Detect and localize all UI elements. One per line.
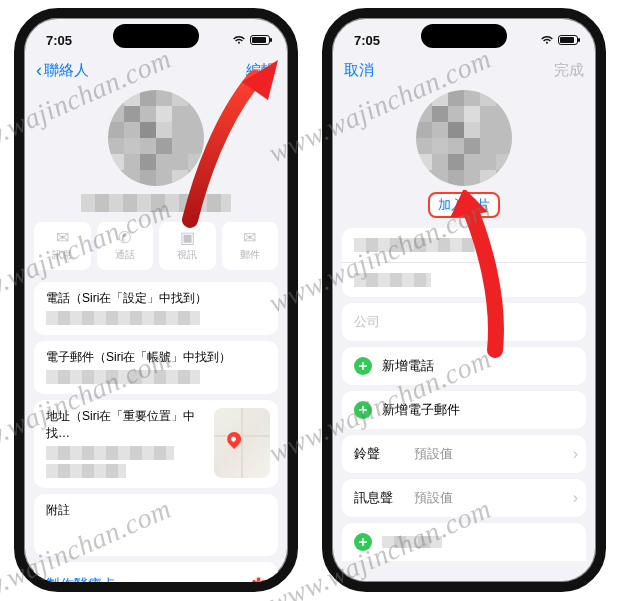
ringtone-value: 預設值 [414,445,453,463]
wifi-icon [540,35,554,45]
chevron-left-icon: ‹ [36,61,42,79]
phone-value [46,311,200,325]
phone-edit-contact: 7:05 取消 完成 加入照片 [322,8,606,592]
message-button[interactable]: ✉︎ 訊息 [34,222,91,270]
add-phone-label: 新增電話 [382,357,434,375]
dynamic-island [421,24,507,48]
video-icon: ▣ [180,230,195,246]
company-field[interactable]: 公司 [342,303,586,341]
address-card-label: 地址（Siri在「重要位置」中找… [46,408,206,442]
notes-card[interactable]: 附註 [34,494,278,556]
texttone-value: 預設值 [414,489,453,507]
mail-label: 郵件 [240,248,260,262]
ringtone-label: 鈴聲 [354,445,402,463]
add-email-label: 新增電子郵件 [382,401,460,419]
nav-bar: ‹ 聯絡人 編輯 [24,54,288,86]
address-card[interactable]: 地址（Siri在「重要位置」中找… [34,400,278,488]
add-photo-button[interactable]: 加入照片 [428,192,500,218]
video-label: 視訊 [177,248,197,262]
address-value [46,446,174,460]
medical-star-icon: ✱ [251,574,266,582]
back-button[interactable]: ‹ 聯絡人 [36,61,89,80]
chevron-right-icon: › [573,445,578,463]
last-name-field[interactable] [342,228,586,263]
dynamic-island [113,24,199,48]
message-label: 訊息 [52,248,72,262]
chevron-right-icon: › [573,489,578,507]
texttone-row[interactable]: 訊息聲 預設值 › [342,479,586,517]
add-more-label [382,536,442,548]
edit-button[interactable]: 編輯 [246,61,276,80]
name-fields [342,228,586,297]
avatar[interactable] [108,90,204,186]
contact-content: ✉︎ 訊息 ✆ 通話 ▣ 視訊 ✉ 郵件 電話（Siri在「設定」中找到） [24,86,288,582]
avatar[interactable] [416,90,512,186]
ringtone-row[interactable]: 鈴聲 預設值 › [342,435,586,473]
plus-icon: ＋ [354,357,372,375]
back-label: 聯絡人 [44,61,89,80]
nav-bar: 取消 完成 [332,54,596,86]
mail-icon: ✉ [243,230,256,246]
add-email-row[interactable]: ＋ 新增電子郵件 [342,391,586,429]
battery-icon [558,35,578,45]
email-card[interactable]: 電子郵件（Siri在「帳號」中找到） [34,341,278,394]
medical-card-button[interactable]: 製作醫療卡 ✱ [34,562,278,582]
status-time: 7:05 [354,33,380,48]
phone-icon: ✆ [118,230,131,246]
done-button[interactable]: 完成 [554,61,584,80]
map-thumbnail[interactable] [214,408,270,478]
contact-name [81,194,231,212]
medical-card-label: 製作醫療卡 [46,576,116,582]
email-card-label: 電子郵件（Siri在「帳號」中找到） [46,349,266,366]
action-row: ✉︎ 訊息 ✆ 通話 ▣ 視訊 ✉ 郵件 [24,212,288,276]
plus-icon: ＋ [354,401,372,419]
address-value-2 [46,464,126,478]
phone-card-label: 電話（Siri在「設定」中找到） [46,290,266,307]
mail-button[interactable]: ✉ 郵件 [222,222,279,270]
wifi-icon [232,35,246,45]
map-pin-icon [224,430,244,450]
cancel-button[interactable]: 取消 [344,61,374,80]
email-value [46,370,200,384]
notes-label: 附註 [46,502,266,519]
status-time: 7:05 [46,33,72,48]
phone-card[interactable]: 電話（Siri在「設定」中找到） [34,282,278,335]
add-phone-row[interactable]: ＋ 新增電話 [342,347,586,385]
message-icon: ✉︎ [56,230,69,246]
battery-icon [250,35,270,45]
cancel-label: 取消 [344,61,374,80]
texttone-label: 訊息聲 [354,489,402,507]
edit-content: 加入照片 公司 ＋ 新增電話 ＋ 新增電子郵件 鈴聲 [332,86,596,582]
add-more-row[interactable]: ＋ [342,523,586,561]
plus-icon: ＋ [354,533,372,551]
first-name-field[interactable] [342,263,586,297]
call-button[interactable]: ✆ 通話 [97,222,154,270]
call-label: 通話 [115,248,135,262]
phone-view-contact: 7:05 ‹ 聯絡人 編輯 [14,8,298,592]
video-button[interactable]: ▣ 視訊 [159,222,216,270]
